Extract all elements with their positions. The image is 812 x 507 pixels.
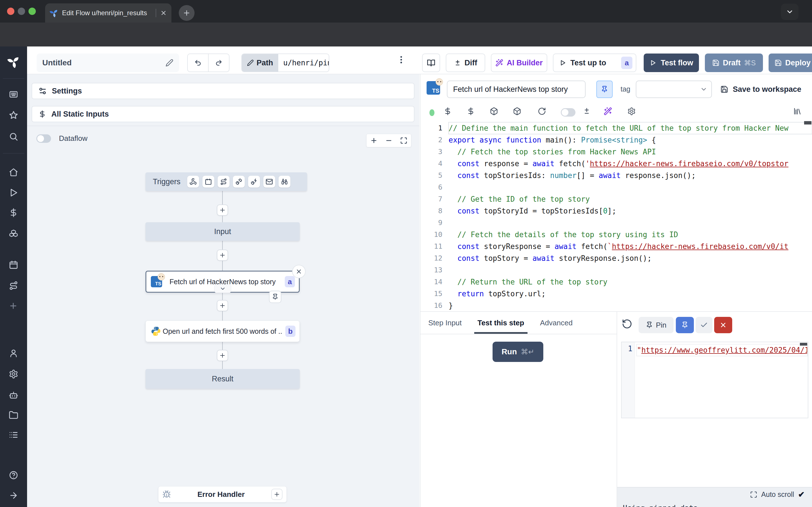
add-step-button[interactable]: [217, 300, 228, 311]
error-handler-node[interactable]: Error Handler: [158, 486, 287, 503]
step-node-a[interactable]: TS Fetch url of HackerNews top story a: [146, 271, 300, 293]
auto-scroll-check-icon[interactable]: ✔: [798, 490, 805, 499]
code-content[interactable]: // Define the main function to fetch the…: [449, 122, 812, 311]
sidebar-item-variables[interactable]: [9, 208, 18, 217]
webhook-trigger-icon[interactable]: [187, 176, 199, 187]
step-node-b[interactable]: Open url and fetch first 500 words of ..…: [146, 321, 300, 342]
sidebar-item-resources[interactable]: [9, 228, 18, 238]
route-trigger-icon[interactable]: [218, 176, 230, 187]
sidebar-item-settings[interactable]: [9, 369, 18, 379]
accept-button[interactable]: [696, 317, 712, 333]
sidebar-item-schedules[interactable]: [9, 260, 18, 270]
add-error-handler-icon[interactable]: [271, 489, 283, 500]
browser-tab[interactable]: Edit Flow u/henri/pin_results: [45, 3, 171, 22]
package-icon[interactable]: [490, 107, 498, 115]
close-pinned-button[interactable]: [714, 317, 732, 333]
fit-view-icon[interactable]: [400, 137, 407, 144]
dataflow-toggle[interactable]: [36, 134, 51, 143]
input-node[interactable]: Input: [146, 222, 300, 241]
pinned-data-panel: Pin 1 "https://www.geoffreylitt.com/2025…: [617, 312, 812, 507]
sidebar-item-logs[interactable]: [9, 430, 18, 440]
window-minimize-button[interactable]: [18, 8, 25, 15]
editor-toggle[interactable]: [561, 108, 575, 117]
mail-trigger-icon[interactable]: [263, 176, 275, 187]
sidebar-item-routes[interactable]: [9, 281, 18, 290]
deploy-button[interactable]: Deploy: [769, 54, 812, 72]
tab-advanced[interactable]: Advanced: [540, 312, 573, 334]
pin-button[interactable]: Pin: [639, 317, 673, 333]
step-name-input[interactable]: [447, 80, 586, 98]
zoom-in-icon[interactable]: [370, 137, 377, 144]
save-to-workspace-button[interactable]: Save to workspace: [720, 81, 801, 98]
ai-assistant-icon[interactable]: [604, 107, 612, 115]
editor-settings-icon[interactable]: [627, 107, 636, 115]
poll-trigger-icon[interactable]: [278, 176, 290, 187]
sidebar-item-workers[interactable]: [9, 390, 18, 400]
tab-close-icon[interactable]: [160, 10, 167, 16]
chevron-down-icon: [700, 86, 707, 93]
history-icon[interactable]: [622, 319, 632, 329]
sidebar-item-home[interactable]: [9, 168, 18, 177]
all-static-inputs-row[interactable]: All Static Inputs: [32, 106, 414, 122]
sidebar-expand-icon[interactable]: [9, 491, 18, 500]
package-icon[interactable]: [513, 107, 521, 115]
result-node[interactable]: Result: [146, 369, 300, 389]
window-close-button[interactable]: [7, 8, 14, 15]
tag-select[interactable]: [636, 80, 712, 98]
draft-button[interactable]: Draft ⌘S: [705, 54, 763, 72]
schedule-trigger-icon[interactable]: [202, 176, 214, 187]
window-zoom-button[interactable]: [29, 8, 36, 15]
flow-settings-row[interactable]: Settings: [32, 83, 414, 99]
toolbar-more-icon[interactable]: [396, 55, 406, 64]
pinned-data-icon[interactable]: [269, 291, 282, 303]
sidebar-item-add[interactable]: [9, 301, 18, 311]
flow-name-field[interactable]: Untitled: [37, 54, 179, 72]
collapse-step-icon[interactable]: [214, 284, 231, 293]
sidebar-item-users[interactable]: [9, 348, 18, 358]
delete-step-icon[interactable]: [292, 265, 306, 278]
sidebar-item-search[interactable]: [9, 132, 18, 142]
path-value[interactable]: u/henri/pin: [278, 59, 329, 67]
test-up-to-button[interactable]: Test up to a: [553, 54, 637, 72]
add-step-button[interactable]: [217, 205, 228, 216]
pinned-data-editor[interactable]: 1 "https://www.geoffreylitt.com/2025/04/…: [621, 342, 808, 418]
sidebar-item-runs[interactable]: [9, 188, 18, 198]
tab-step-input[interactable]: Step Input: [428, 312, 462, 334]
ai-builder-button[interactable]: AI Builder: [491, 54, 547, 72]
new-tab-button[interactable]: [179, 5, 195, 21]
docs-button[interactable]: [422, 54, 440, 72]
pin-active-button[interactable]: [676, 317, 694, 333]
sidebar-item-folders[interactable]: [9, 410, 18, 420]
editor-scrollbar[interactable]: [800, 343, 807, 346]
pin-toggle-button[interactable]: [596, 80, 613, 98]
sidebar-item-favorites[interactable]: [9, 110, 18, 120]
add-step-button[interactable]: [217, 350, 228, 361]
undo-button[interactable]: [188, 54, 209, 71]
diff-button[interactable]: Diff: [446, 54, 485, 72]
plug-trigger-icon[interactable]: [233, 176, 245, 187]
edit-name-pencil-icon[interactable]: [165, 59, 173, 67]
sidebar-item-help[interactable]: [9, 470, 18, 480]
zoom-out-icon[interactable]: [385, 137, 393, 144]
tab-search-button[interactable]: [781, 4, 799, 20]
expand-icon[interactable]: [750, 491, 757, 498]
variable-picker-icon[interactable]: [444, 107, 452, 115]
sidebar-item-apps[interactable]: [9, 90, 18, 99]
triggers-node[interactable]: Triggers: [146, 172, 307, 191]
editor-scrollbar[interactable]: [804, 121, 811, 124]
library-icon[interactable]: [793, 107, 802, 115]
windmill-logo-icon[interactable]: [7, 55, 20, 68]
test-flow-button[interactable]: Test flow: [644, 54, 699, 72]
auto-scroll-row: Auto scroll ✔: [750, 490, 805, 499]
add-step-button[interactable]: [217, 249, 228, 261]
tab-test-this-step[interactable]: Test this step: [477, 312, 524, 334]
run-button[interactable]: Run ⌘↵: [493, 342, 543, 362]
redo-button[interactable]: [209, 54, 229, 71]
reload-script-icon[interactable]: [538, 107, 546, 115]
path-button[interactable]: Path: [242, 54, 278, 71]
diff-mode-icon[interactable]: [583, 107, 591, 115]
resource-picker-icon[interactable]: [467, 107, 475, 115]
pinned-data-value[interactable]: "https://www.geoffreylitt.com/2025/04/12…: [637, 344, 807, 356]
plug-zap-trigger-icon[interactable]: [248, 176, 260, 187]
code-editor[interactable]: 12345678910111213141516 // Define the ma…: [420, 121, 812, 311]
